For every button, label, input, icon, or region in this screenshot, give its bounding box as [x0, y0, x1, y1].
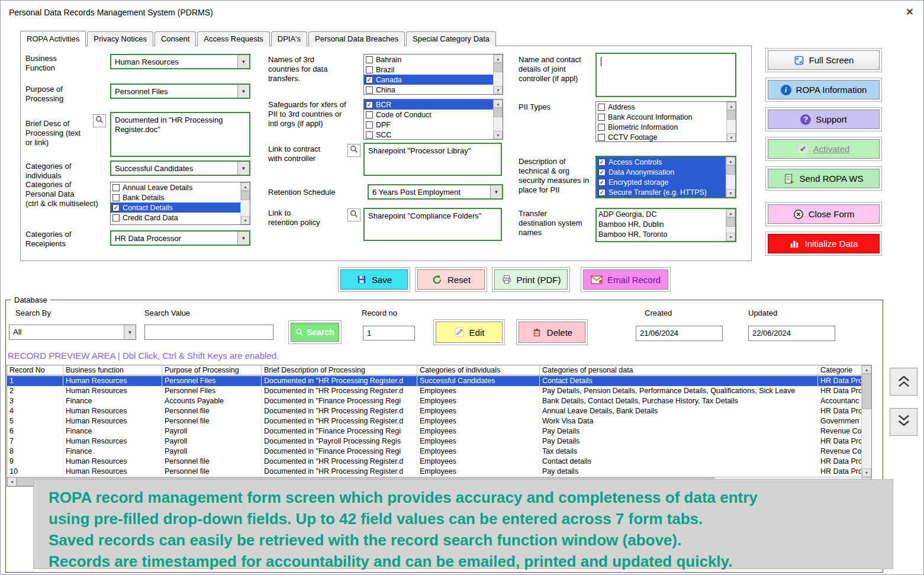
save-button[interactable]: Save [340, 269, 408, 290]
checkbox-icon[interactable]: ✓ [366, 101, 373, 108]
table-row[interactable]: 3FinanceAccounts PayableDocumented in "F… [7, 396, 861, 406]
search-button[interactable]: Search [291, 323, 339, 342]
link-contract-field[interactable]: Sharepoint "Processor Libray" [363, 143, 502, 176]
scroll-down-icon[interactable]: ▼ [862, 468, 871, 477]
retention-schedule-select[interactable]: 6 Years Post Employment ▼ [368, 184, 503, 200]
scrollbar[interactable]: ▲ ▼ [493, 54, 503, 94]
checkbox-icon[interactable]: ✓ [598, 169, 606, 176]
scroll-down-icon[interactable]: ▼ [726, 189, 735, 197]
list-item[interactable]: Bahrain [364, 54, 493, 65]
close-icon[interactable]: ✕ [906, 6, 914, 18]
link-retention-search-button[interactable] [347, 208, 360, 221]
table-row[interactable]: 2Human ResourcesPersonnel FilesDocumente… [7, 386, 861, 396]
cat-receipients-select[interactable]: HR Data Processor ▼ [110, 230, 250, 246]
table-row[interactable]: 9Human ResourcesPersonnel fileDocumented… [7, 457, 861, 467]
tab-consent[interactable]: Consent [154, 31, 196, 46]
list-item[interactable]: Bank Account Information [596, 112, 726, 122]
list-item[interactable]: Address [596, 102, 726, 112]
record-no-input[interactable] [363, 326, 415, 340]
list-item[interactable]: Code of Conduct [364, 110, 493, 120]
tab-dpia-s[interactable]: DPIA's [271, 31, 307, 46]
tab-access-requests[interactable]: Access Requests [197, 31, 269, 46]
checkbox-icon[interactable] [366, 56, 373, 63]
scroll-down-icon[interactable]: ▼ [494, 131, 503, 139]
scroll-to-bottom-button[interactable] [890, 408, 917, 436]
search-value-input[interactable] [144, 325, 273, 340]
dropdown-arrow-icon[interactable]: ▼ [237, 232, 249, 245]
print-pdf-button[interactable]: Print (PDF) [494, 269, 568, 290]
list-item[interactable]: ✓Secure Transfer (e.g. HTTPS) [597, 187, 726, 197]
full-screen-button[interactable]: Full Screen [768, 50, 880, 70]
brief-desc-field[interactable]: Documented in "HR Processing Register.do… [110, 112, 250, 157]
dropdown-arrow-icon[interactable]: ▼ [490, 185, 502, 198]
checkbox-icon[interactable]: ✓ [598, 179, 606, 186]
scroll-up-icon[interactable]: ▲ [494, 54, 503, 63]
safeguards-list[interactable]: ✓BCRCode of ConductDPFSCC [364, 99, 493, 139]
list-item[interactable]: Brazil [364, 65, 493, 75]
checkbox-icon[interactable] [366, 111, 373, 118]
scrollbar[interactable]: ▲ ▼ [240, 182, 250, 224]
table-row[interactable]: 7Human ResourcesPayrollDocumented in "Pa… [7, 436, 861, 446]
scrollbar[interactable]: ▲ ▼ [726, 209, 735, 241]
brief-desc-search-button[interactable] [93, 114, 106, 127]
list-item[interactable]: ✓Canada [364, 75, 493, 85]
list-item[interactable]: ✓BCR [364, 99, 493, 110]
scrollbar[interactable]: ▲ ▼ [726, 157, 735, 197]
scroll-down-icon[interactable]: ▼ [241, 216, 250, 224]
tab-privacy-notices[interactable]: Privacy Notices [87, 31, 153, 46]
checkbox-icon[interactable]: ✓ [112, 204, 120, 211]
edit-button[interactable]: Edit [436, 322, 503, 343]
grid-header-cell[interactable]: Business function [63, 365, 162, 375]
joint-controller-field[interactable] [595, 53, 736, 97]
checkbox-icon[interactable] [112, 184, 120, 191]
scroll-up-icon[interactable]: ▲ [494, 99, 503, 108]
list-item[interactable]: ✓Encrypted storage [597, 177, 726, 187]
dropdown-arrow-icon[interactable]: ▼ [237, 162, 249, 175]
scroll-down-icon[interactable]: ▼ [494, 86, 503, 94]
dropdown-arrow-icon[interactable]: ▼ [237, 85, 249, 98]
tab-special-category-data[interactable]: Special Category Data [406, 31, 496, 46]
purpose-select[interactable]: Personnel Files ▼ [110, 83, 250, 99]
grid-header-cell[interactable]: Categories of personal data [540, 365, 818, 375]
initialize-data-button[interactable]: Initialize Data [768, 234, 880, 253]
checkbox-icon[interactable] [366, 131, 373, 139]
tab-ropa-activities[interactable]: ROPA Activities [20, 31, 86, 47]
grid-header-cell[interactable]: Brief Description of Processing [262, 365, 417, 375]
checkbox-icon[interactable]: ✓ [598, 189, 606, 196]
scroll-thumb[interactable] [726, 165, 735, 175]
checkbox-icon[interactable]: ✓ [366, 76, 373, 83]
activated-button[interactable]: ✔ Activated [768, 139, 880, 159]
list-item[interactable]: ✓Data Anonymisation [597, 167, 726, 177]
table-row[interactable]: 5Human ResourcesPersonnel fileDocumented… [7, 416, 861, 426]
link-contract-search-button[interactable] [347, 144, 360, 157]
list-item[interactable]: Bamboo HR, Toronto [597, 229, 726, 239]
list-item[interactable]: Annual Leave Details [111, 182, 240, 192]
grid-header-cell[interactable]: Purpose of Processing [162, 365, 262, 375]
list-item[interactable]: ✓Access Controls [597, 157, 726, 167]
email-record-button[interactable]: Email Record [583, 269, 668, 290]
scroll-left-icon[interactable]: ◄ [7, 477, 17, 486]
grid-header-cell[interactable]: Record No [7, 365, 63, 375]
scroll-down-icon[interactable]: ▼ [726, 233, 735, 241]
link-retention-field[interactable]: Sharepoint "Compliance Folders" [363, 208, 502, 241]
scroll-up-icon[interactable]: ▲ [726, 157, 735, 165]
delete-button[interactable]: Delete [519, 322, 585, 343]
personal-data-categories-list[interactable]: Annual Leave DetailsBank Details✓Contact… [111, 182, 240, 224]
table-row[interactable]: 6FinancePayrollDocumented in "Finance Pr… [7, 426, 861, 436]
cat-individuals-select[interactable]: Successful Candidates ▼ [110, 160, 250, 176]
checkbox-icon[interactable] [366, 121, 373, 129]
scroll-up-icon[interactable]: ▲ [241, 182, 250, 191]
pii-types-list[interactable]: AddressBank Account InformationBiometric… [596, 102, 726, 142]
scroll-up-icon[interactable]: ▲ [726, 209, 735, 217]
scroll-up-icon[interactable]: ▲ [727, 102, 736, 110]
scroll-thumb[interactable] [727, 110, 736, 120]
grid-header-cell[interactable]: Categorie [818, 365, 861, 375]
send-ropa-ws-button[interactable]: Send ROPA WS [768, 169, 880, 188]
dropdown-arrow-icon[interactable]: ▼ [124, 325, 136, 339]
list-item[interactable]: Biometric Information [596, 122, 726, 132]
list-item[interactable]: Credit Card Data [111, 213, 240, 223]
search-by-select[interactable]: All ▼ [9, 325, 136, 340]
scroll-thumb[interactable] [494, 108, 503, 117]
list-item[interactable]: SCC [364, 130, 493, 139]
checkbox-icon[interactable] [598, 124, 605, 131]
